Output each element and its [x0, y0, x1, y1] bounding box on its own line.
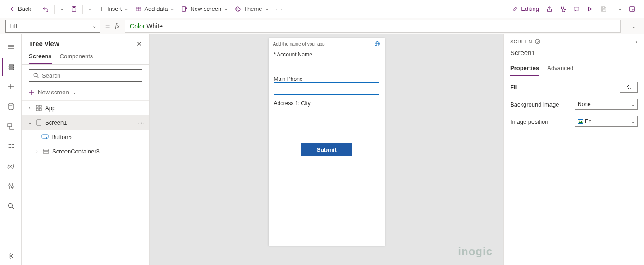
- prop-label: Background image: [510, 101, 559, 108]
- prop-label: Image position: [510, 118, 548, 125]
- preview-button[interactable]: [583, 0, 597, 18]
- close-panel-button[interactable]: ✕: [137, 40, 142, 47]
- tree-item-app[interactable]: › App: [22, 101, 149, 115]
- fill-color-picker[interactable]: [620, 82, 638, 93]
- rail-media[interactable]: [2, 117, 20, 135]
- help-icon[interactable]: ?: [535, 39, 540, 44]
- chevron-down-icon: ⌄: [60, 6, 64, 11]
- app-icon: [35, 105, 42, 111]
- save-dropdown[interactable]: ⌄: [614, 0, 625, 18]
- svg-rect-38: [36, 108, 38, 111]
- theme-button[interactable]: Theme ⌄: [231, 0, 272, 18]
- tab-components[interactable]: Components: [60, 49, 93, 64]
- undo-icon: [42, 6, 49, 12]
- tree-item-button5[interactable]: Button5: [22, 130, 149, 144]
- tree-body: › App ⌄ Screen1 ··· Button5 › ScreenCont…: [22, 101, 149, 265]
- expand-icon[interactable]: ›: [27, 106, 32, 111]
- svg-point-11: [237, 8, 238, 9]
- expand-formula-button[interactable]: ⌄: [630, 23, 639, 30]
- more-button[interactable]: ···: [272, 0, 287, 18]
- tree-search-input[interactable]: [42, 72, 138, 79]
- field-label: Account Name: [277, 51, 312, 58]
- divider: [82, 5, 83, 14]
- new-screen-button[interactable]: New screen ⌄: [178, 0, 231, 18]
- play-icon: [587, 6, 593, 12]
- svg-rect-36: [36, 105, 38, 107]
- tree-item-screencontainer3[interactable]: › ScreenContainer3: [22, 144, 149, 158]
- publish-button[interactable]: [625, 0, 639, 18]
- tree-item-screen1[interactable]: ⌄ Screen1 ···: [22, 115, 149, 130]
- new-screen-row[interactable]: New screen ⌄: [22, 86, 149, 101]
- tab-screens[interactable]: Screens: [29, 49, 52, 64]
- comments-button[interactable]: [570, 0, 583, 18]
- screen-icon: [35, 119, 42, 126]
- button-icon: [41, 134, 49, 139]
- svg-point-32: [34, 73, 37, 77]
- tree-search[interactable]: [29, 69, 142, 82]
- account-name-input[interactable]: [274, 58, 379, 70]
- chevron-down-icon: ⌄: [88, 6, 92, 11]
- editing-button[interactable]: Editing: [508, 0, 543, 18]
- panel-chevron[interactable]: ›: [635, 38, 638, 45]
- tab-properties[interactable]: Properties: [510, 61, 539, 76]
- main-phone-input[interactable]: [274, 82, 379, 95]
- bg-image-value: None: [578, 101, 591, 107]
- formula-input[interactable]: Color.White: [125, 20, 621, 33]
- rail-automate[interactable]: [2, 137, 20, 155]
- tree-item-label: Screen1: [45, 119, 67, 126]
- back-button[interactable]: Back: [5, 0, 35, 18]
- checker-button[interactable]: [556, 0, 570, 18]
- arrow-left-icon: [9, 6, 15, 12]
- chevron-down-icon: ⌄: [92, 23, 96, 28]
- save-button[interactable]: [597, 0, 610, 18]
- new-screen-label: New screen: [38, 89, 69, 96]
- add-data-button[interactable]: Add data ⌄: [132, 0, 178, 18]
- tree-title: Tree view: [29, 40, 59, 47]
- expand-icon[interactable]: ›: [34, 149, 40, 154]
- insert-button[interactable]: Insert ⌄: [96, 0, 132, 18]
- rail-tools[interactable]: [2, 177, 20, 195]
- paste-dropdown[interactable]: ⌄: [85, 0, 96, 18]
- prop-label: Fill: [510, 84, 518, 91]
- save-icon: [600, 6, 607, 12]
- divider: [612, 5, 612, 14]
- undo-button[interactable]: [39, 0, 52, 18]
- img-position-select[interactable]: Fit ⌄: [575, 116, 638, 127]
- prop-row-fill: Fill: [510, 82, 638, 93]
- formula-bar: Fill ⌄ = fx Color.White ⌄: [0, 18, 644, 34]
- field-label: Address 1: City: [274, 100, 311, 107]
- rail-settings[interactable]: [2, 247, 20, 265]
- editing-label: Editing: [521, 5, 539, 12]
- bg-image-select[interactable]: None ⌄: [575, 99, 638, 110]
- rail-variables[interactable]: (x): [2, 157, 20, 175]
- svg-point-31: [10, 255, 12, 257]
- pencil-icon: [512, 6, 518, 12]
- paste-button[interactable]: [67, 0, 81, 18]
- share-icon: [546, 6, 553, 12]
- property-selector[interactable]: Fill ⌄: [5, 20, 100, 33]
- svg-point-14: [564, 9, 566, 10]
- app-title-placeholder: Add the name of your app: [273, 42, 325, 46]
- globe-icon[interactable]: [374, 41, 380, 47]
- tab-advanced[interactable]: Advanced: [547, 61, 573, 76]
- back-label: Back: [18, 5, 31, 12]
- variable-icon: (x): [7, 163, 14, 170]
- rail-data[interactable]: [2, 98, 20, 116]
- field-account-name: *Account Name: [274, 51, 379, 70]
- submit-button[interactable]: Submit: [301, 143, 352, 156]
- share-button[interactable]: [543, 0, 556, 18]
- rail-insert[interactable]: [2, 78, 20, 96]
- canvas[interactable]: Add the name of your app *Account Name M…: [150, 34, 503, 265]
- collapse-icon[interactable]: ⌄: [27, 120, 32, 125]
- rail-hamburger[interactable]: [2, 38, 20, 56]
- rail-tree-view[interactable]: [2, 58, 20, 76]
- city-input[interactable]: [274, 107, 379, 119]
- formula-token-prop: .White: [145, 23, 163, 30]
- rail-search[interactable]: [2, 197, 20, 215]
- prop-row-img-position: Image position Fit ⌄: [510, 116, 638, 127]
- theme-label: Theme: [244, 5, 262, 12]
- tree-item-more[interactable]: ···: [138, 119, 146, 126]
- fx-icon[interactable]: fx: [115, 22, 119, 30]
- tree-item-label: App: [45, 105, 55, 112]
- undo-dropdown[interactable]: ⌄: [56, 0, 67, 18]
